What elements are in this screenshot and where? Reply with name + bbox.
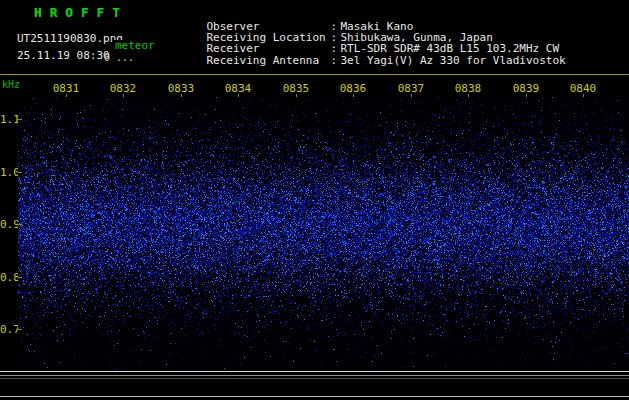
app-title: H R O F F T bbox=[34, 6, 120, 20]
freq-tick bbox=[18, 119, 22, 120]
freq-label: 0.7 bbox=[0, 323, 17, 336]
signal-trace-line bbox=[0, 375, 629, 376]
time-tick bbox=[296, 94, 297, 97]
datetime: 25.11.19 08:30 bbox=[17, 50, 110, 62]
time-tick bbox=[468, 94, 469, 97]
time-tick bbox=[238, 94, 239, 97]
hrofft-screen: H R O F F T UT2511190830.png meteor 25.1… bbox=[0, 0, 629, 400]
info-label: Receiving Antenna bbox=[207, 54, 331, 67]
info-value: 3el Yagi(V) Az 330 for Vladivostok bbox=[341, 54, 566, 67]
freq-tick bbox=[18, 277, 22, 278]
freq-label: 1.0 bbox=[0, 166, 17, 179]
output-filename: UT2511190830.png bbox=[17, 33, 123, 45]
time-tick bbox=[123, 94, 124, 97]
time-tick bbox=[353, 94, 354, 97]
plot-bottom-border bbox=[0, 371, 629, 372]
time-tick bbox=[181, 94, 182, 97]
freq-unit-label: kHz bbox=[2, 80, 20, 91]
freq-label: 0.8 bbox=[0, 271, 17, 284]
time-tick bbox=[526, 94, 527, 97]
freq-tick bbox=[18, 172, 22, 173]
signal-trace-shadow bbox=[0, 378, 629, 379]
echo-counter: 0 ... bbox=[104, 53, 134, 64]
info-colon: : bbox=[331, 54, 341, 67]
time-tick bbox=[66, 94, 67, 97]
freq-label: 1.1 bbox=[0, 113, 17, 126]
freq-tick bbox=[18, 224, 22, 225]
spectrogram-canvas bbox=[18, 97, 629, 370]
time-tick bbox=[583, 94, 584, 97]
freq-label: 0.9 bbox=[0, 218, 17, 231]
header-separator-line bbox=[0, 74, 629, 75]
time-tick bbox=[411, 94, 412, 97]
strip-baseline bbox=[0, 396, 629, 397]
freq-tick bbox=[18, 329, 22, 330]
station-name: meteor bbox=[113, 40, 155, 52]
